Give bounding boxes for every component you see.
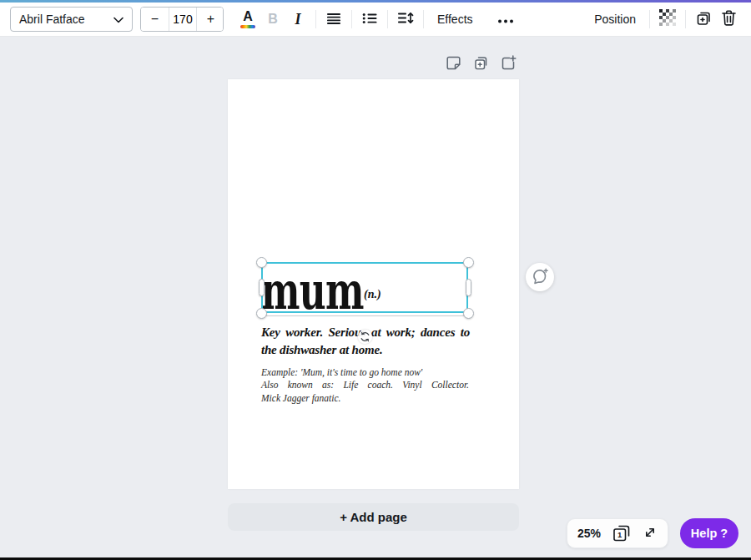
bulleted-list-icon	[362, 13, 377, 27]
rainbow-swatch	[240, 25, 255, 28]
toolbar-divider	[649, 10, 650, 28]
duplicate-icon	[695, 9, 713, 29]
example-line: Also known as: Life coach. Vinyl Collect…	[261, 379, 469, 391]
font-name-label: Abril Fatface	[19, 13, 85, 26]
selection-handle-bottom-right[interactable]	[463, 308, 474, 319]
chevron-down-icon	[113, 12, 123, 27]
selection-handle-top-left[interactable]	[256, 257, 267, 268]
example-line: Mick Jagger fanatic.	[261, 392, 469, 405]
text-color-icon: A	[243, 10, 253, 23]
effects-button[interactable]: Effects	[429, 6, 481, 33]
delete-button[interactable]	[716, 6, 741, 33]
definition-line: the dishwasher at home.	[261, 341, 470, 359]
transparency-icon	[659, 9, 677, 29]
title-word: mum	[261, 261, 364, 320]
transparency-button[interactable]	[655, 6, 680, 33]
rotate-cursor-icon	[358, 330, 372, 344]
pages-icon: 1	[612, 524, 632, 545]
selection-handle-bottom-left[interactable]	[256, 308, 267, 319]
justify-align-icon	[326, 13, 341, 27]
toolbar-divider	[351, 10, 352, 28]
add-comment-button[interactable]	[526, 263, 554, 291]
add-page-icon-button[interactable]	[500, 55, 517, 72]
page-actions	[445, 55, 517, 72]
add-comment-icon	[531, 267, 549, 288]
example-text[interactable]: Example: 'Mum, it's time to go home now'…	[261, 366, 469, 405]
bulleted-list-button[interactable]	[357, 6, 382, 33]
expand-icon	[643, 525, 658, 542]
pages-button[interactable]: 1	[612, 524, 632, 542]
line-spacing-icon	[397, 12, 414, 27]
more-options-icon	[497, 13, 514, 26]
design-page[interactable]: mum (n.) Key worker. Serious at work; da…	[228, 79, 519, 489]
font-size-increase-button[interactable]: +	[197, 8, 224, 31]
page-count: 1	[617, 530, 622, 539]
fullscreen-button[interactable]	[643, 524, 658, 542]
trash-icon	[721, 9, 737, 29]
toolbar-divider	[685, 10, 686, 28]
duplicate-page-button[interactable]	[472, 55, 489, 72]
help-button[interactable]: Help ?	[680, 518, 738, 548]
selection-handle-top-right[interactable]	[463, 257, 474, 268]
line-spacing-button[interactable]	[393, 6, 418, 33]
add-note-button[interactable]	[445, 55, 461, 72]
font-size-input[interactable]	[169, 8, 197, 31]
position-button[interactable]: Position	[586, 6, 644, 33]
canva-editor: Abril Fatface − + A B I	[0, 0, 751, 560]
add-page-button[interactable]: + Add page	[228, 503, 519, 531]
italic-button[interactable]: I	[285, 6, 310, 33]
selection-handle-left[interactable]	[259, 279, 265, 296]
more-options-button[interactable]	[493, 6, 518, 33]
font-selector[interactable]: Abril Fatface	[10, 7, 133, 32]
text-color-button[interactable]: A	[235, 6, 260, 33]
note-icon	[445, 55, 461, 73]
toolbar-divider	[387, 10, 388, 28]
zoom-level[interactable]: 25%	[577, 527, 601, 540]
title-annotation[interactable]: (n.)	[364, 288, 381, 301]
title-text[interactable]: mum	[261, 261, 360, 313]
bold-button[interactable]: B	[260, 6, 285, 33]
duplicate-page-icon	[472, 55, 489, 73]
view-controls: 25% 1	[567, 518, 668, 548]
add-page-icon	[500, 55, 517, 73]
toolbar-divider	[315, 10, 316, 28]
font-size-stepper: − +	[140, 7, 224, 32]
example-line: Example: 'Mum, it's time to go home now'	[261, 366, 469, 379]
text-box-underline	[264, 315, 466, 316]
text-align-button[interactable]	[321, 6, 346, 33]
text-toolbar: Abril Fatface − + A B I	[0, 3, 751, 37]
toolbar-divider	[423, 10, 424, 28]
duplicate-button[interactable]	[691, 6, 716, 33]
selection-handle-right[interactable]	[466, 279, 471, 296]
font-size-decrease-button[interactable]: −	[141, 8, 169, 31]
